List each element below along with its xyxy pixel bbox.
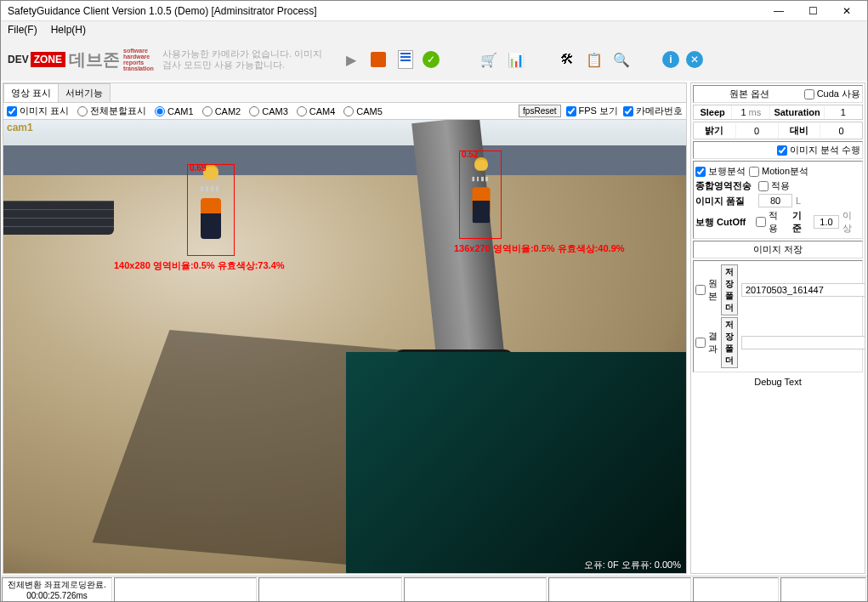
mode-all-radio[interactable]: 전체분할표시	[77, 105, 146, 117]
camera-label: cam1	[7, 122, 33, 133]
logo: DEVZONE 데브존 softwarehardwarereportstrans…	[8, 48, 154, 71]
status-timing: 전체변환 좌표계로딩완료. 00:00:25.726ms	[2, 577, 112, 602]
motion-analyze-checkbox[interactable]: Motion분석	[749, 165, 808, 178]
right-header: 원본 옵션	[695, 88, 804, 100]
video-viewport: cam1 0.69 140x280 영역비율:0.5% 유효색상:73.4% 0…	[3, 120, 686, 573]
image-save-title: 이미지 저장	[693, 241, 863, 258]
cam5-radio[interactable]: CAM5	[343, 105, 383, 117]
cam3-radio[interactable]: CAM3	[249, 105, 288, 117]
image-quality-value[interactable]	[758, 194, 792, 207]
tab-server[interactable]: 서버기능	[58, 83, 111, 102]
maximize-button[interactable]: ☐	[796, 1, 830, 21]
fps-reset-button[interactable]: fpsReset	[519, 105, 560, 117]
show-image-checkbox[interactable]: 이미지 표시	[7, 105, 69, 117]
walk-cutoff-label: 보행 CutOff	[695, 216, 752, 229]
info-icon[interactable]: i	[662, 51, 679, 68]
status-right	[692, 576, 867, 602]
save-folder-input[interactable]	[741, 283, 865, 297]
status-bar: 전체변환 좌표계로딩완료. 00:00:25.726ms	[1, 576, 867, 602]
wrench-icon[interactable]: 🛠	[557, 49, 577, 70]
cuda-checkbox[interactable]: Cuda 사용	[804, 88, 860, 100]
play-icon[interactable]: ▶	[341, 49, 361, 70]
osd-fps: 오퓨: 0F 오류퓨: 0.00%	[584, 559, 681, 571]
toolbar-status-text: 사용가능한 카메라가 없습니다. 이미지 검사 모드만 사용 가능합니다.	[162, 48, 332, 71]
list-icon[interactable]: 📋	[584, 49, 604, 70]
save-folder-button-1[interactable]: 저장폴더	[721, 264, 738, 315]
brightness-label: 밝기	[694, 122, 735, 139]
contrast-label: 대비	[778, 122, 820, 139]
combined-region-apply[interactable]: 적용	[758, 179, 790, 192]
cam1-radio[interactable]: CAM1	[155, 105, 194, 117]
save-folder-button-2[interactable]: 저장폴더	[721, 317, 738, 368]
saturation-value[interactable]: 1	[824, 105, 862, 119]
combined-region-label: 종합영역전송	[695, 179, 755, 192]
toolbar: DEVZONE 데브존 softwarehardwarereportstrans…	[1, 38, 867, 81]
fps-view-checkbox[interactable]: FPS 보기	[566, 105, 618, 117]
detection-info-2: 136x270 영역비율:0.5% 유효색상:40.9%	[454, 242, 625, 255]
stop-icon[interactable]	[368, 49, 389, 70]
search-icon[interactable]: 🔍	[611, 49, 632, 70]
criteria-value[interactable]	[814, 215, 839, 229]
contrast-value[interactable]: 0	[820, 124, 862, 138]
status-cell-4	[404, 577, 547, 602]
check-icon[interactable]: ✓	[423, 51, 440, 68]
right-panel: 원본 옵션 Cuda 사용 Sleep 1 ms Saturation 1 밝기…	[690, 82, 865, 574]
menu-bar: File(F) Help(H)	[1, 21, 867, 38]
tab-video[interactable]: 영상 표시	[3, 83, 59, 102]
title-bar: SafetyGuidance Client Version 1.0.5 (Dem…	[1, 1, 867, 21]
menu-file[interactable]: File(F)	[8, 24, 37, 36]
close-button[interactable]: ✕	[830, 1, 864, 21]
result-checkbox[interactable]: 결과	[695, 330, 718, 355]
detection-box-2: 0.52	[459, 150, 502, 239]
left-tabs: 영상 표시 서버기능	[3, 83, 686, 103]
walk-analyze-checkbox[interactable]: 보행분석	[695, 165, 746, 178]
orig-checkbox[interactable]: 원본	[695, 277, 718, 303]
tool-icon-2[interactable]: 📊	[506, 49, 526, 70]
exit-icon[interactable]: ✕	[686, 51, 703, 68]
cam-number-checkbox[interactable]: 카메라번호	[623, 105, 683, 117]
criteria-label: 기준	[792, 209, 810, 235]
brightness-value[interactable]: 0	[735, 124, 778, 138]
document-icon[interactable]	[395, 49, 416, 70]
walk-cutoff-apply[interactable]: 적용	[756, 209, 786, 235]
status-cell-5	[548, 577, 691, 602]
saturation-label: Saturation	[769, 105, 823, 119]
cam2-radio[interactable]: CAM2	[202, 105, 241, 117]
window-title: SafetyGuidance Client Version 1.0.5 (Dem…	[4, 5, 762, 17]
image-quality-label: 이미지 품질	[695, 195, 755, 207]
status-cell-2	[114, 577, 257, 602]
menu-help[interactable]: Help(H)	[51, 24, 86, 36]
detection-box-1: 0.69	[187, 164, 235, 256]
tool-icon-1[interactable]: 🛒	[479, 49, 499, 70]
save-folder-input-2[interactable]	[741, 336, 865, 349]
detection-info-1: 140x280 영역비율:0.5% 유효색상:73.4%	[114, 259, 285, 272]
cam4-radio[interactable]: CAM4	[297, 105, 336, 117]
image-analyze-checkbox[interactable]: 이미지 분석 수행	[695, 144, 860, 156]
status-cell-3	[258, 577, 401, 602]
sleep-value[interactable]: 1 ms	[731, 105, 769, 119]
debug-text-label: Debug Text	[693, 374, 863, 389]
sleep-label: Sleep	[694, 105, 731, 119]
minimize-button[interactable]: —	[762, 1, 796, 21]
